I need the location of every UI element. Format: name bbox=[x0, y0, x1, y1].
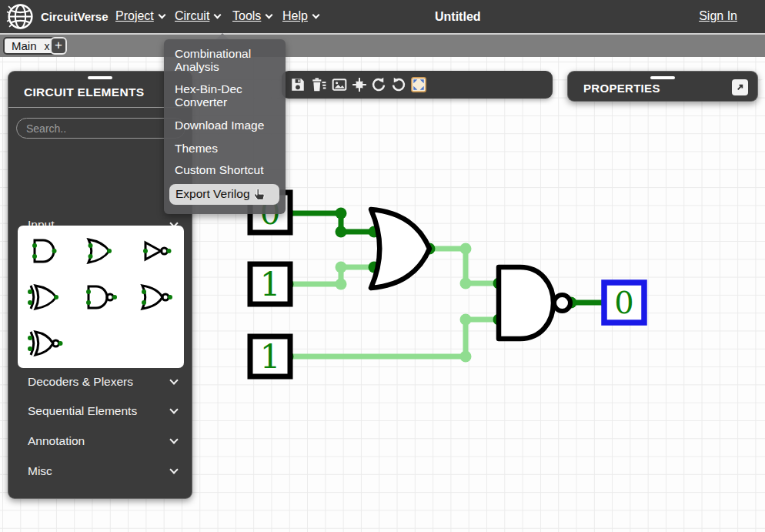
category-misc[interactable]: Misc bbox=[8, 457, 192, 486]
project-title[interactable]: Untitled bbox=[435, 10, 481, 24]
save-icon[interactable] bbox=[290, 77, 306, 92]
gates-grid bbox=[18, 226, 184, 368]
category-sequential-label: Sequential Elements bbox=[28, 404, 137, 418]
nand-bubble bbox=[554, 295, 570, 311]
properties-panel-title: PROPERTIES bbox=[583, 82, 660, 95]
brand[interactable]: CircuitVerse bbox=[0, 2, 109, 31]
brand-name: CircuitVerse bbox=[41, 10, 109, 23]
wire-input1-or[interactable] bbox=[288, 213, 374, 232]
chevron-down-icon bbox=[312, 11, 319, 18]
gate-or-item[interactable] bbox=[73, 228, 129, 274]
category-decoders-label: Decoders & Plexers bbox=[28, 375, 133, 389]
open-in-new-icon bbox=[735, 82, 745, 92]
canvas-toolbar: - + bbox=[282, 71, 553, 99]
menu-item-combinational-analysis[interactable]: Combinational Analysis bbox=[175, 47, 279, 73]
menu-item-custom-shortcut[interactable]: Custom Shortcut bbox=[175, 163, 279, 176]
menu-item-export-verilog-label: Export Verilog bbox=[175, 187, 250, 201]
properties-panel: PROPERTIES bbox=[567, 71, 758, 102]
chevron-down-icon bbox=[169, 376, 178, 384]
chevron-down-icon bbox=[158, 11, 165, 18]
category-misc-label: Misc bbox=[28, 464, 52, 478]
category-annotation[interactable]: Annotation bbox=[8, 427, 192, 456]
dropdown-caret bbox=[216, 33, 229, 39]
input-value-2[interactable]: 1 bbox=[260, 266, 281, 303]
category-annotation-label: Annotation bbox=[28, 434, 85, 448]
menu-project-label: Project bbox=[115, 9, 154, 23]
menu-help[interactable]: Help bbox=[282, 9, 319, 23]
xor-gate-icon bbox=[28, 282, 63, 313]
chevron-down-icon bbox=[169, 435, 178, 443]
menu-tools[interactable]: Tools bbox=[232, 9, 272, 23]
not-gate-icon bbox=[139, 236, 174, 266]
chevron-down-icon bbox=[169, 465, 178, 473]
panel-drag-handle[interactable] bbox=[650, 76, 675, 79]
menu-help-label: Help bbox=[282, 9, 308, 23]
delete-icon[interactable] bbox=[311, 77, 326, 92]
tools-dropdown-menu: Combinational Analysis Hex-Bin-Dec Conve… bbox=[164, 39, 286, 214]
search-input[interactable] bbox=[16, 118, 185, 139]
circuitverse-logo-icon bbox=[6, 2, 35, 31]
wire-input2-or[interactable] bbox=[288, 267, 374, 284]
menu-item-hex-bin-dec-converter[interactable]: Hex-Bin-Dec Converter bbox=[175, 82, 279, 109]
menu-tools-label: Tools bbox=[232, 9, 261, 23]
gate-and-item[interactable] bbox=[18, 228, 73, 274]
xnor-gate-icon bbox=[28, 328, 63, 359]
chevron-down-icon bbox=[266, 11, 273, 18]
menu-circuit[interactable]: Circuit bbox=[175, 9, 220, 23]
category-sequential[interactable]: Sequential Elements bbox=[8, 396, 192, 426]
chevron-down-icon bbox=[214, 11, 222, 18]
undo-icon[interactable] bbox=[371, 77, 386, 92]
download-image-icon[interactable] bbox=[332, 77, 347, 92]
fit-to-screen-icon[interactable] bbox=[352, 77, 367, 92]
output-value: 0 bbox=[614, 285, 633, 320]
tab-main-label: Main bbox=[12, 39, 37, 52]
nand-gate-icon bbox=[83, 282, 119, 313]
gate-xor-item[interactable] bbox=[18, 274, 73, 320]
zoom-slider-knob[interactable] bbox=[759, 79, 765, 90]
menu-circuit-label: Circuit bbox=[175, 9, 209, 23]
sign-in-link[interactable]: Sign In bbox=[699, 9, 737, 23]
circuit-tab-bar: Main x + bbox=[0, 35, 765, 57]
category-decoders[interactable]: Decoders & Plexers bbox=[8, 367, 192, 396]
expand-properties-button[interactable] bbox=[732, 79, 748, 95]
tab-close-button[interactable]: x bbox=[45, 40, 50, 52]
nand-gate[interactable] bbox=[499, 267, 553, 339]
and-gate-icon bbox=[28, 236, 63, 266]
top-navbar: CircuitVerse Project Circuit Tools Help … bbox=[0, 0, 765, 35]
menu-item-export-verilog[interactable]: Export Verilog bbox=[169, 184, 279, 205]
gate-xnor-item[interactable] bbox=[18, 320, 73, 366]
gate-not-item[interactable] bbox=[129, 228, 184, 274]
or-gate-icon bbox=[83, 236, 119, 266]
menu-item-download-image[interactable]: Download Image bbox=[175, 119, 279, 132]
gate-nand-item[interactable] bbox=[73, 274, 129, 320]
redo-icon[interactable] bbox=[391, 77, 406, 92]
menu-project[interactable]: Project bbox=[115, 9, 165, 23]
nor-gate-icon bbox=[139, 282, 174, 313]
add-circuit-button[interactable]: + bbox=[50, 37, 67, 55]
hand-cursor-icon bbox=[253, 188, 266, 202]
or-gate[interactable] bbox=[371, 209, 429, 288]
panel-drag-handle[interactable] bbox=[88, 76, 112, 79]
focus-view-icon[interactable] bbox=[411, 77, 426, 92]
gate-nor-item[interactable] bbox=[129, 274, 184, 320]
menu-item-themes[interactable]: Themes bbox=[175, 142, 279, 155]
chevron-down-icon bbox=[169, 405, 178, 413]
input-value-3[interactable]: 1 bbox=[260, 338, 281, 376]
